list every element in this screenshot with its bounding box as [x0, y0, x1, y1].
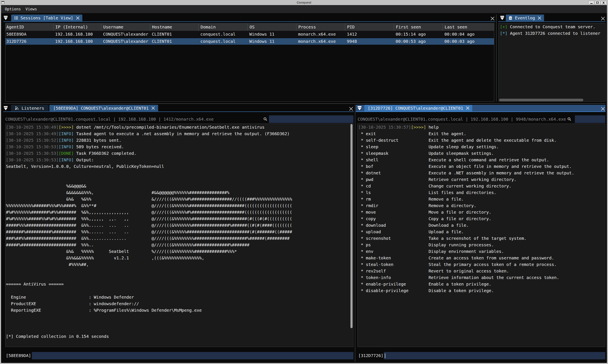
console-segment-out: * enable-privilege Enable a token privil… — [358, 282, 491, 286]
table-header-cell[interactable]: OS — [247, 23, 296, 31]
console-line: [30-10-2025 15:30:49][>>>>] dotnet /mnt/… — [6, 124, 353, 130]
console-line — [6, 314, 353, 320]
left-console-tabbar: Listeners [58EE89DA] CONQUEST\alexander@… — [3, 105, 354, 111]
top-dock-splitter[interactable] — [496, 14, 497, 102]
minimize-button[interactable] — [589, 1, 594, 4]
table-row[interactable]: 58EE89DA192.168.168.100CONQUEST\alexande… — [5, 31, 494, 38]
console-segment-out: * make-token Create an access token from… — [358, 255, 554, 260]
sessions-tabbar: Sessions [Table View] — [3, 14, 495, 21]
eventlog-filter-button[interactable] — [500, 14, 505, 21]
close-window-button[interactable]: X — [601, 1, 606, 4]
menu-views[interactable]: Views — [23, 5, 39, 13]
console-line: &%& %&%% &////(((&%%%%%#%###############… — [6, 196, 353, 202]
table-header-cell[interactable]: Domain — [198, 23, 247, 31]
eventlog-panel-close-button[interactable] — [601, 16, 605, 21]
table-header-cell[interactable]: Last seen — [443, 23, 494, 31]
right-command-input[interactable] — [384, 352, 605, 359]
console-line: #####%###################### %%%.. @////… — [6, 242, 353, 248]
table-row[interactable]: 312D7726192.168.168.100CONQUEST\alexande… — [5, 38, 494, 45]
eventlog-horizontal-scrollbar[interactable] — [499, 99, 583, 101]
titlebar: Conquest X — [0, 0, 608, 5]
filter-icon-bar — [4, 106, 8, 107]
bottom-dock-splitter[interactable] — [355, 105, 355, 362]
table-header-cell[interactable]: Username — [101, 23, 150, 31]
tab-label: [58EE89DA] CONQUEST\alexander@CLIENT01 — [53, 106, 149, 111]
table-header-cell[interactable]: Process — [296, 23, 345, 31]
console-line: [30-10-2025 15:30:57][>>>>] help — [358, 124, 605, 130]
table-cell: CONQUEST\alexander — [101, 31, 150, 38]
console-line: * shell Execute a shell command and retr… — [358, 157, 605, 163]
console-segment-out: &%%&&&%%%%% v1.2.1 ,(((&%%%%%%%%%%%%%%%, — [6, 255, 204, 260]
right-console-prompt: [312D7726] — [358, 352, 383, 359]
maximize-button[interactable] — [595, 1, 600, 4]
console-line: * dotnet Execute a .NET assembly in memo… — [358, 170, 605, 176]
table-header-cell[interactable]: PID — [345, 23, 394, 31]
table-header-cell[interactable]: AgentID — [5, 23, 53, 31]
tab-label: Eventlog — [515, 15, 535, 20]
console-segment-out: Engine : Windows Defender — [6, 295, 134, 300]
console-segment-out: ====== AntiVirus ====== — [6, 282, 64, 286]
tab-close-icon[interactable] — [538, 16, 541, 20]
table-header-cell[interactable]: IP (Internal) — [53, 23, 101, 31]
console-line: * copy Copy a file or directory. — [358, 216, 605, 222]
close-icon: X — [603, 1, 605, 4]
table-cell: conquest.local — [198, 38, 247, 45]
right-search-input[interactable] — [575, 115, 605, 123]
left-command-input[interactable] — [32, 352, 353, 359]
console-segment-out: Seatbelt, Version=1.0.0.0, Culture=neutr… — [6, 164, 164, 169]
table-header-cell[interactable]: Hostname — [150, 23, 198, 31]
console-line: * sleepmask Update sleepmask settings. — [358, 150, 605, 157]
console-segment-out: #####%%%#################### &%%...... .… — [6, 223, 292, 228]
dock-separator[interactable] — [3, 103, 606, 104]
console-line: [30-10-2025 15:30:49][INFO] Tasked agent… — [6, 130, 353, 137]
right-console-panel-close-button[interactable] — [601, 106, 605, 111]
left-console-scrollbar[interactable] — [351, 124, 352, 328]
tab-agent-312D7726[interactable]: [312D7726] CONQUEST\alexander@CLIENT01 — [364, 105, 472, 111]
right-search-icon[interactable] — [567, 117, 571, 122]
console-segment-out: ReportingEXE : %ProgramFiles%\Windows De… — [6, 308, 202, 313]
console-line: &%& %%%%% Seatbelt %////(((&%%%%%%%%####… — [6, 248, 353, 255]
tab-sessions-table-view[interactable]: Sessions [Table View] — [11, 14, 82, 21]
table-cell: monarch.x64.exe — [296, 31, 345, 38]
console-segment-out: Task F366D362 completed. — [74, 151, 136, 156]
left-console-panel-close-button[interactable] — [349, 106, 353, 111]
console-segment-out: #%#%%%%%%%#######%#%%####### %&%,,,,,,,,… — [6, 210, 292, 215]
console-line: [30-10-2025 15:30:53][DONE] Task F366D36… — [6, 150, 353, 157]
tab-close-icon[interactable] — [76, 16, 80, 20]
left-search-input[interactable] — [269, 115, 353, 123]
sessions-panel-close-button[interactable] — [490, 16, 495, 21]
tab-close-icon[interactable] — [466, 106, 470, 110]
sessions-filter-button[interactable] — [3, 14, 8, 21]
left-console-filter-button[interactable] — [3, 105, 8, 111]
console-segment-out: Agent 312D7726 connected to listener — [508, 31, 600, 36]
tab-listeners[interactable]: Listeners — [11, 105, 49, 111]
console-line: [30-10-2025 15:30:53][INFO] Output: — [6, 157, 353, 163]
console-segment-out: * self-destruct Exit the agent and delet… — [358, 138, 556, 143]
console-segment-out: ###%##%%#################### &%%........… — [6, 236, 290, 241]
tab-eventlog[interactable]: Eventlog — [506, 14, 544, 21]
minimize-icon — [590, 3, 593, 4]
right-console-filter-button[interactable] — [357, 105, 362, 111]
sessions-tabbar-underline — [3, 21, 495, 22]
console-line: * sleep Update sleep delay settings. — [358, 144, 605, 150]
console-line: * exit Exit the agent. — [358, 130, 605, 137]
table-cell: 00:15:14 ago — [394, 31, 443, 38]
tab-agent-58EE89DA[interactable]: [58EE89DA] CONQUEST\alexander@CLIENT01 — [49, 105, 158, 111]
tab-close-icon[interactable] — [151, 106, 155, 110]
table-cell: 9948 — [345, 38, 394, 45]
console-line: * cd Change current working directory. — [358, 183, 605, 189]
console-line: ReportingEXE : %ProgramFiles%\Windows De… — [6, 307, 353, 314]
eventlog-tabbar-underline — [498, 21, 606, 22]
console-segment-out: 228831 bytes sent. — [74, 138, 122, 143]
console-line: #####%%%#################### &%%...... .… — [6, 222, 353, 229]
table-header-cell[interactable]: First seen — [394, 23, 443, 31]
console-segment-done: [DONE] — [59, 151, 74, 156]
console-line: * self-destruct Exit the agent and delet… — [358, 137, 605, 144]
broadcast-icon — [14, 106, 19, 110]
console-segment-out: * download Download a file. — [358, 223, 469, 228]
left-search-icon[interactable] — [263, 117, 268, 122]
console-segment-ts: [30-10-2025 15:30:53] — [6, 144, 59, 149]
tab-label: Sessions [Table View] — [20, 15, 73, 20]
menu-options[interactable]: Options — [2, 5, 23, 13]
console-segment-out: %&&@@@&& — [6, 183, 86, 189]
